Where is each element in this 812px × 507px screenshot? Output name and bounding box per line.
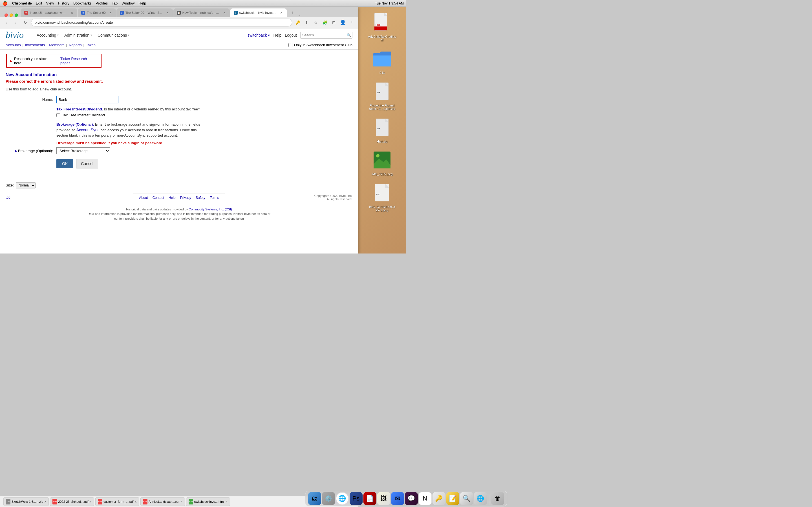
size-label: Size: [6,183,14,187]
brokerage-section: Brokerage (Optional). Enter the brokerag… [6,122,352,154]
footer-contact[interactable]: Contact [153,196,164,200]
account-sync-link[interactable]: AccountSync [77,128,100,132]
desktop-item-image[interactable]: IMG_7265.jpeg [361,148,403,177]
search-input[interactable] [301,33,346,38]
menu-tab[interactable]: Tab [112,1,117,5]
accounting-dropdown-icon: ▾ [57,34,59,37]
bivio-right-nav: switchback ▾ Help Logout 🔍 [248,32,352,39]
desktop-item-zip2[interactable]: ZIP Hart.zip [361,115,403,144]
desktop-item-label: AdvChildTaxCredit.pdf [368,35,396,42]
tab-switchback[interactable]: b switchback – bivio Investm... ✕ [231,8,287,17]
accounting-label: Accounting [37,33,56,38]
close-button[interactable] [4,13,8,17]
share-icon[interactable]: ⬆ [303,18,311,26]
tab-close-sober[interactable]: ✕ [109,11,112,15]
bivio-logo[interactable]: bivio [6,29,28,42]
reload-button[interactable]: ↻ [21,18,29,26]
new-tab-button[interactable]: + [289,9,296,17]
desktop-folder-label: Ella [379,71,385,74]
tab-close-sober-winter[interactable]: ✕ [165,11,169,15]
menu-history[interactable]: History [58,1,69,5]
ok-button[interactable]: OK [56,159,73,168]
cancel-button[interactable]: Cancel [76,159,98,168]
image-icon [372,149,392,171]
tax-free-desc: Is the interest or dividends earned by t… [104,107,200,111]
menu-file[interactable]: File [26,1,32,5]
menu-profiles[interactable]: Profiles [96,1,108,5]
csi-link[interactable]: Commodity Systems, Inc. (CSI) [189,208,232,211]
address-bar[interactable]: bivio.com/switchback/accounting/account/… [31,18,292,26]
menu-edit[interactable]: Edit [36,1,42,5]
subnav-accounts[interactable]: Accounts [6,43,20,47]
extension-icon[interactable]: 🧩 [321,18,329,26]
forward-button[interactable]: › [12,18,20,26]
tab-close-inbox[interactable]: ✕ [70,11,74,15]
size-select[interactable]: Normal Small Large [16,182,36,188]
tab-favicon-sober: B [81,11,85,15]
search-button[interactable]: 🔍 [346,33,352,37]
brokerage-title: Brokerage (Optional). [56,122,94,126]
tab-sober90[interactable]: B The Sober 90 ✕ [78,8,116,17]
back-button[interactable]: ‹ [2,18,10,26]
nav-communications[interactable]: Communications ▾ [95,32,132,39]
help-link[interactable]: Help [273,33,282,38]
footer-about[interactable]: About [139,196,148,200]
subnav-taxes[interactable]: Taxes [86,43,96,47]
logout-link[interactable]: Logout [285,33,297,38]
footer-privacy[interactable]: Privacy [180,196,191,200]
menu-bookmarks[interactable]: Bookmarks [73,1,92,5]
historical-text1: Historical data and daily updates provid… [126,208,188,211]
app-name[interactable]: Chrome [12,1,26,5]
menu-view[interactable]: View [46,1,54,5]
key-icon[interactable]: 🔑 [294,18,302,26]
footer-row: top About Contact Help Privacy Safety Te… [0,191,358,204]
desktop-item-png[interactable]: PNG IMG_C1012F58C8 27-1.png [361,180,403,213]
pdf-icon: PDF [372,11,392,34]
tab-favicon-club: 📋 [177,11,181,15]
nav-accounting[interactable]: Accounting ▾ [34,32,61,39]
brokerage-select[interactable]: Select Brokerage Fidelity Schwab TD Amer… [56,147,110,154]
desktop-items: PDF AdvChildTaxCredit.pdf Ella ZIP Forge… [358,7,406,253]
tab-inbox[interactable]: ✉ Inbox (3) - sarahccornwell... ✕ [21,8,77,17]
menu-window[interactable]: Window [121,1,135,5]
tab-close-switchback[interactable]: ✕ [280,11,283,15]
menu-items: File Edit View History Bookmarks Profile… [26,1,146,5]
bookmark-icon[interactable]: ☆ [312,18,320,26]
only-in-checkbox[interactable] [289,43,292,47]
footer-help[interactable]: Help [168,196,175,200]
top-link[interactable]: top [6,195,10,200]
menu-help[interactable]: Help [139,1,146,5]
nav-administration[interactable]: Administration ▾ [61,32,95,39]
footer-terms[interactable]: Terms [210,196,219,200]
menu-icon[interactable]: ⋮ [348,18,356,26]
brokerage-arrow-icon: ▶ [15,149,17,153]
tab-list-button[interactable]: ⌄ [298,13,301,17]
profile-icon[interactable]: 👤 [339,18,347,26]
svg-text:ZIP: ZIP [377,127,380,130]
subnav-investments[interactable]: Investments [25,43,45,47]
form-description: Use this form to add a new club account. [6,87,352,91]
minimize-button[interactable] [10,13,13,17]
subnav-reports[interactable]: Reports [69,43,82,47]
desktop-item-folder[interactable]: Ella [361,46,403,75]
switchback-link[interactable]: switchback ▾ [248,33,270,38]
tab-close-club[interactable]: ✕ [222,11,226,15]
tax-free-checkbox[interactable] [56,113,60,117]
subnav-members[interactable]: Members [49,43,64,47]
footer-safety[interactable]: Safety [196,196,205,200]
maximize-button[interactable] [15,13,18,17]
administration-label: Administration [64,33,89,38]
tab-label-inbox: Inbox (3) - sarahccornwell... [30,11,67,14]
name-input[interactable] [56,96,118,103]
ticker-research-link[interactable]: Ticker Research pages [60,57,98,65]
website-content: bivio Accounting ▾ Administration ▾ Comm… [0,29,358,253]
name-label: Name: [6,98,56,102]
split-icon[interactable]: ⊡ [330,18,338,26]
tab-sober90-winter[interactable]: B The Sober 90 – Winter 202... ✕ [116,8,173,17]
tab-favicon-switchback: b [234,11,238,15]
apple-menu[interactable]: 🍎 [2,1,8,6]
tax-free-checkbox-row: Tax Free Interest/Dividend [56,113,352,117]
tab-club-cafe[interactable]: 📋 New Topic – club_cafe – bi... ✕ [173,8,230,17]
desktop-item-pdf[interactable]: PDF AdvChildTaxCredit.pdf [361,10,403,43]
desktop-item-zip1[interactable]: ZIP Forget the Funnel Book - E...p.pdf.z… [361,79,403,112]
